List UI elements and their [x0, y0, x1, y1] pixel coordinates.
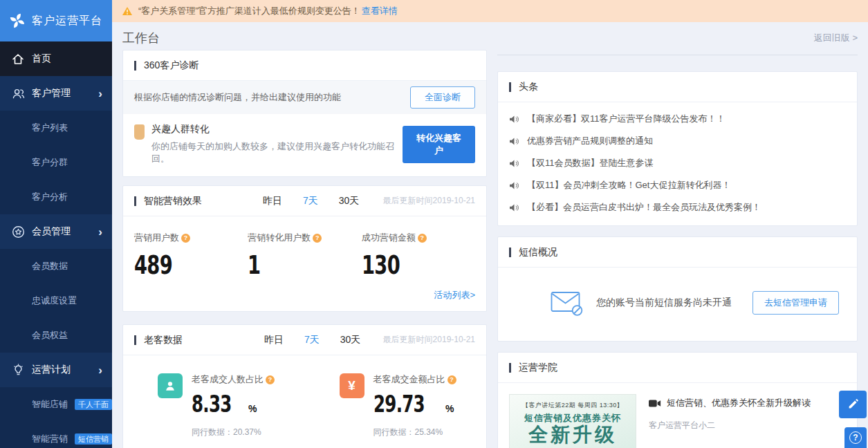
sub-item-label: 客户分析	[32, 191, 68, 203]
headline-item[interactable]: 【必看】会员运营白皮书出炉！最全会员玩法及优秀案例！	[509, 196, 846, 218]
person-icon	[158, 373, 183, 398]
sidebar-item-label: 客户管理	[32, 87, 71, 100]
yen-icon: ¥	[340, 373, 364, 398]
academy-card: 运营学院 【客户讲坛第22期 每周四 13:30】 短信营销及优惠券关怀 全新升…	[497, 352, 858, 448]
peer-data: 同行数据：20.37%	[192, 427, 275, 438]
question-icon: ?	[849, 431, 862, 444]
sidebar-item-smart-shop[interactable]: 智能店铺 千人千面	[0, 387, 112, 422]
speaker-icon	[509, 181, 519, 190]
feedback-edit-button[interactable]	[839, 391, 867, 418]
header-accent-bar	[509, 363, 511, 373]
sidebar-nav: 首页 客户管理 › 客户列表 客户分群 客户分析 会员管理 ›	[0, 41, 112, 448]
convert-interest-customers-button[interactable]: 转化兴趣客户	[403, 126, 475, 163]
metric-value-row: 29.73 %	[373, 386, 456, 418]
old-customers-card: 老客数据 昨日 7天 30天 最后更新时间2019-10-21	[122, 324, 487, 448]
sms-body: 您的账号当前短信服务尚未开通 去短信管理申请	[498, 268, 857, 341]
video-thumbnail[interactable]: 【客户讲坛第22期 每周四 13:30】 短信营销及优惠券关怀 全新升级 立即观…	[509, 394, 636, 448]
sub-item-label: 客户分群	[32, 156, 68, 169]
left-column: 360客户诊断 根据你店铺的情况诊断问题，并给出建议使用的功能 全面诊断 兴趣人…	[122, 50, 487, 448]
sidebar-item-member-data[interactable]: 会员数据	[0, 249, 112, 283]
headline-item[interactable]: 【双11会员数据】登陆生意参谋	[509, 152, 846, 174]
bookmark-icon	[134, 124, 145, 140]
tab-7days[interactable]: 7天	[304, 334, 320, 346]
help-floating-button[interactable]: ?	[844, 427, 867, 448]
academy-info: 短信营销、优惠券关怀全新升级解读 客户运营平台小二	[649, 394, 811, 448]
notice-bar: “客户关系管理”官方推广渠道计入最低价规则变更公告！ 查看详情	[112, 0, 868, 22]
yen-glyph: ¥	[348, 378, 355, 393]
envelope-blocked-icon	[551, 290, 584, 316]
metric-marketing-users: 营销用户数 ? 489	[134, 232, 248, 280]
old-customers-update-time: 最后更新时间2019-10-21	[383, 334, 475, 346]
tab-30days[interactable]: 30天	[339, 195, 360, 207]
app-title: 客户运营平台	[32, 14, 102, 28]
sidebar-item-label: 运营计划	[32, 364, 71, 376]
old-customers-card-header: 老客数据 昨日 7天 30天 最后更新时间2019-10-21	[123, 325, 486, 355]
page-header: 工作台 返回旧版 >	[122, 22, 858, 48]
smart-shop-badge: 千人千面	[75, 399, 112, 410]
headline-text: 【双11】会员冲刺全攻略！Get大促拉新转化利器！	[527, 179, 730, 192]
sms-card-title: 短信概况	[519, 246, 557, 259]
header-accent-bar	[134, 196, 136, 206]
diagnosis-card-title: 360客户诊断	[144, 59, 198, 72]
academy-body: 【客户讲坛第22期 每周四 13:30】 短信营销及优惠券关怀 全新升级 立即观…	[498, 383, 857, 448]
video-camera-icon	[649, 399, 661, 408]
header-accent-bar	[134, 61, 136, 71]
headline-text: 优惠券营销产品规则调整的通知	[527, 135, 653, 147]
help-icon[interactable]: ?	[266, 375, 275, 384]
sidebar-item-customer-list[interactable]: 客户列表	[0, 111, 112, 145]
sms-status-message: 您的账号当前短信服务尚未开通	[596, 297, 752, 309]
sidebar-item-operation-plan[interactable]: 运营计划 ›	[0, 353, 112, 387]
metric-value: 1	[248, 250, 329, 280]
tab-30days[interactable]: 30天	[340, 334, 361, 346]
activity-list-link[interactable]: 活动列表>	[434, 290, 475, 300]
header-accent-bar	[509, 82, 511, 92]
page-title: 工作台	[122, 30, 160, 46]
apply-sms-management-button[interactable]: 去短信管理申请	[752, 291, 839, 315]
tab-yesterday[interactable]: 昨日	[263, 195, 282, 207]
full-diagnosis-button[interactable]: 全面诊断	[410, 86, 475, 109]
sidebar-item-customer-segments[interactable]: 客户分群	[0, 145, 112, 180]
sidebar-item-loyalty-settings[interactable]: 忠诚度设置	[0, 283, 112, 318]
tab-7days[interactable]: 7天	[303, 195, 318, 207]
sidebar-item-customer-analysis[interactable]: 客户分析	[0, 180, 112, 214]
sidebar: 客户运营平台 首页 客户管理 › 客户列表 客户分群 客户分析	[0, 0, 112, 448]
diagnosis-card-header: 360客户诊断	[123, 50, 486, 81]
headlines-card-title: 头条	[519, 81, 538, 93]
sidebar-item-member-benefits[interactable]: 会员权益	[0, 318, 112, 353]
chevron-right-icon: ›	[98, 88, 102, 100]
help-icon[interactable]: ?	[313, 234, 322, 243]
headline-text: 【双11会员数据】登陆生意参谋	[527, 157, 654, 169]
metric-converted-users: 营销转化用户数 ? 1	[248, 232, 361, 280]
academy-video-link[interactable]: 短信营销、优惠券关怀全新升级解读	[649, 397, 811, 409]
sidebar-item-customer-management[interactable]: 客户管理 ›	[0, 76, 112, 111]
sub-item-label: 会员权益	[32, 329, 68, 342]
app-logo[interactable]: 客户运营平台	[0, 0, 112, 41]
notice-detail-link[interactable]: 查看详情	[362, 5, 398, 17]
warning-icon	[122, 6, 133, 16]
old-customers-range-tabs: 昨日 7天 30天	[264, 334, 360, 346]
help-icon[interactable]: ?	[418, 234, 427, 243]
thumb-title: 全新升级	[528, 424, 617, 446]
tab-yesterday[interactable]: 昨日	[264, 334, 284, 346]
sidebar-item-member-management[interactable]: 会员管理 ›	[0, 214, 112, 249]
metric-label-text: 营销用户数	[134, 232, 179, 244]
sidebar-item-smart-marketing[interactable]: 智能营销 短信营销	[0, 422, 112, 448]
metric-label-text: 老客成交金额占比	[373, 373, 445, 386]
headline-list: 【商家必看】双11客户运营平台降级公告发布！！ 优惠券营销产品规则调整的通知 【…	[498, 102, 857, 225]
academy-card-header: 运营学院	[498, 353, 857, 383]
old-customers-body: 老客成交人数占比 ? 8.33 % 同行数据：20.37%	[123, 355, 486, 448]
help-icon[interactable]: ?	[181, 234, 190, 243]
old-customer-count-ratio: 老客成交人数占比 ? 8.33 % 同行数据：20.37%	[123, 373, 305, 438]
help-icon[interactable]: ?	[447, 375, 456, 384]
headline-item[interactable]: 【双11】会员冲刺全攻略！Get大促拉新转化利器！	[509, 174, 846, 196]
headline-item[interactable]: 【商家必看】双11客户运营平台降级公告发布！！	[509, 108, 846, 130]
speaker-icon	[509, 203, 519, 212]
sidebar-item-home[interactable]: 首页	[0, 41, 112, 76]
metric-label: 老客成交金额占比 ?	[373, 373, 456, 386]
headline-item[interactable]: 优惠券营销产品规则调整的通知	[509, 130, 846, 152]
diagnosis-summary-text: 根据你店铺的情况诊断问题，并给出建议使用的功能	[134, 91, 410, 104]
metric-unit: %	[445, 403, 454, 414]
bulb-icon	[11, 363, 25, 377]
back-to-old-version-link[interactable]: 返回旧版 >	[814, 32, 858, 44]
customers-icon	[11, 86, 25, 100]
